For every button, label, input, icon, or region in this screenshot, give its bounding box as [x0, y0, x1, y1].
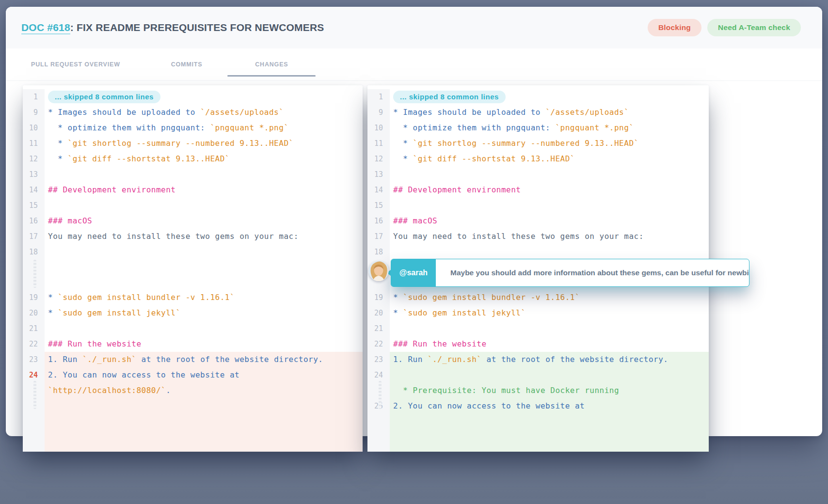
- diff-row: 252. You can now access to the website a…: [367, 398, 709, 414]
- line-number[interactable]: 13: [23, 167, 45, 182]
- diff-row: 18: [23, 244, 363, 260]
- code-segment: *: [48, 154, 68, 163]
- code-line: 2. You can now access to the website at: [390, 398, 709, 414]
- diff-row: 17You may need to install these two gems…: [367, 229, 709, 244]
- line-number[interactable]: 22: [23, 336, 45, 352]
- diff-row: 12 * `git diff --shortstat 9.13..HEAD`: [23, 151, 363, 167]
- tab-bar: PULL REQUEST OVERVIEW COMMITS CHANGES: [6, 48, 822, 81]
- gutter-cell: [367, 383, 390, 398]
- diff-row: 13: [367, 167, 709, 182]
- line-number[interactable]: 15: [23, 198, 45, 213]
- diff-panel-original: 1... skipped 8 common lines9* Images sho…: [23, 85, 363, 452]
- code-line: [390, 167, 709, 182]
- code-segment: *: [393, 293, 403, 302]
- line-number[interactable]: 1: [367, 89, 390, 105]
- code-segment: You may need to install these two gems o…: [48, 232, 299, 241]
- avatar[interactable]: [368, 261, 389, 281]
- tab-commits[interactable]: COMMITS: [171, 61, 203, 68]
- line-number[interactable]: 24: [367, 367, 390, 383]
- line-number[interactable]: 14: [23, 182, 45, 198]
- diff-row: [23, 260, 363, 290]
- diff-row: 14## Development environment: [23, 182, 363, 198]
- diff-row: `http://localhost:8080/`.: [23, 383, 363, 398]
- code-segment: 2. You can now access to the website at: [48, 370, 239, 379]
- diff-gap-marker: [379, 381, 382, 409]
- doc-number-link[interactable]: DOC #618: [21, 22, 70, 34]
- line-number[interactable]: 18: [367, 244, 390, 260]
- code-line: 2. You can now access to the website at: [45, 367, 363, 383]
- code-line: ### Run the website: [390, 336, 709, 352]
- diff-row: 242. You can now access to the website a…: [23, 367, 363, 383]
- line-number[interactable]: 20: [367, 305, 390, 321]
- code-line: * `sudo gem install jekyll`: [45, 305, 363, 321]
- diff-row: 21: [367, 321, 709, 336]
- inline-comment-bubble[interactable]: @sarahMaybe you should add more informat…: [391, 259, 749, 287]
- skipped-lines-pill[interactable]: ... skipped 8 common lines: [393, 91, 506, 103]
- code-line: ### macOS: [45, 213, 363, 229]
- code-segment: `./_run.sh`: [428, 355, 481, 364]
- code-segment: `sudo gem install jekyll`: [403, 308, 525, 317]
- line-number[interactable]: 13: [367, 167, 390, 182]
- diff-gap-marker: [33, 381, 36, 409]
- line-number[interactable]: 21: [23, 321, 45, 336]
- line-number[interactable]: 16: [367, 213, 390, 229]
- line-number[interactable]: 1: [23, 89, 45, 105]
- tab-changes[interactable]: CHANGES: [227, 48, 316, 80]
- line-number[interactable]: 23: [23, 352, 45, 367]
- code-segment: ### macOS: [393, 216, 437, 225]
- line-number[interactable]: 12: [23, 151, 45, 167]
- code-segment: * Images should be uploaded to: [48, 108, 200, 117]
- comment-row: @sarahMaybe you should add more informat…: [367, 260, 709, 290]
- code-line: [45, 167, 363, 182]
- line-number[interactable]: 15: [367, 198, 390, 213]
- line-number[interactable]: 19: [367, 290, 390, 305]
- code-line: `http://localhost:8080/`.: [45, 383, 363, 398]
- comment-text: Maybe you should add more information ab…: [436, 259, 749, 286]
- code-line: [45, 198, 363, 213]
- code-line: You may need to install these two gems o…: [390, 229, 709, 244]
- code-line: [45, 260, 363, 290]
- code-segment: `sudo gem install jekyll`: [58, 308, 180, 317]
- code-segment: *: [48, 139, 68, 148]
- diff-row: * Prerequisite: You must have Docker run…: [367, 383, 709, 398]
- diff-row: 15: [23, 198, 363, 213]
- line-number[interactable]: 10: [23, 120, 45, 136]
- diff-row: 19* `sudo gem install bundler -v 1.16.1`: [367, 290, 709, 305]
- line-number[interactable]: 14: [367, 182, 390, 198]
- line-number[interactable]: 11: [367, 136, 390, 151]
- line-number[interactable]: 19: [23, 290, 45, 305]
- line-number[interactable]: 12: [367, 151, 390, 167]
- line-number[interactable]: 21: [367, 321, 390, 336]
- line-number[interactable]: 17: [23, 229, 45, 244]
- line-number[interactable]: 10: [367, 120, 390, 136]
- code-line: [390, 414, 709, 452]
- diff-row: [23, 398, 363, 452]
- a-team-check-badge: Need A-Team check: [707, 19, 801, 36]
- code-line: [45, 398, 363, 452]
- code-segment: `git diff --shortstat 9.13..HEAD`: [413, 154, 575, 163]
- line-number[interactable]: 22: [367, 336, 390, 352]
- diff-row: 9* Images should be uploaded to `/assets…: [367, 105, 709, 120]
- line-number[interactable]: 23: [367, 352, 390, 367]
- code-line: * `sudo gem install bundler -v 1.16.1`: [390, 290, 709, 305]
- page-title-text: : FIX README PREREQUISITES FOR NEWCOMERS: [70, 22, 324, 33]
- line-number[interactable]: 18: [23, 244, 45, 260]
- code-line: * `git diff --shortstat 9.13..HEAD`: [390, 151, 709, 167]
- code-segment: ### Run the website: [48, 339, 142, 348]
- line-number[interactable]: 20: [23, 305, 45, 321]
- code-line: You may need to install these two gems o…: [45, 229, 363, 244]
- tab-pull-request-overview[interactable]: PULL REQUEST OVERVIEW: [31, 61, 120, 68]
- code-segment: 2. You can now access to the website at: [393, 401, 585, 410]
- line-number[interactable]: 9: [23, 105, 45, 120]
- code-line: ... skipped 8 common lines: [390, 89, 709, 105]
- line-number[interactable]: 17: [367, 229, 390, 244]
- line-number[interactable]: 9: [367, 105, 390, 120]
- line-number[interactable]: 16: [23, 213, 45, 229]
- diff-row: 24: [367, 367, 709, 383]
- line-number[interactable]: 24: [23, 367, 45, 383]
- skipped-lines-pill[interactable]: ... skipped 8 common lines: [48, 91, 160, 103]
- diff-gap-marker: [33, 260, 36, 288]
- diff-row: 9* Images should be uploaded to `/assets…: [23, 105, 363, 120]
- line-number[interactable]: 11: [23, 136, 45, 151]
- diff-row: 15: [367, 198, 709, 213]
